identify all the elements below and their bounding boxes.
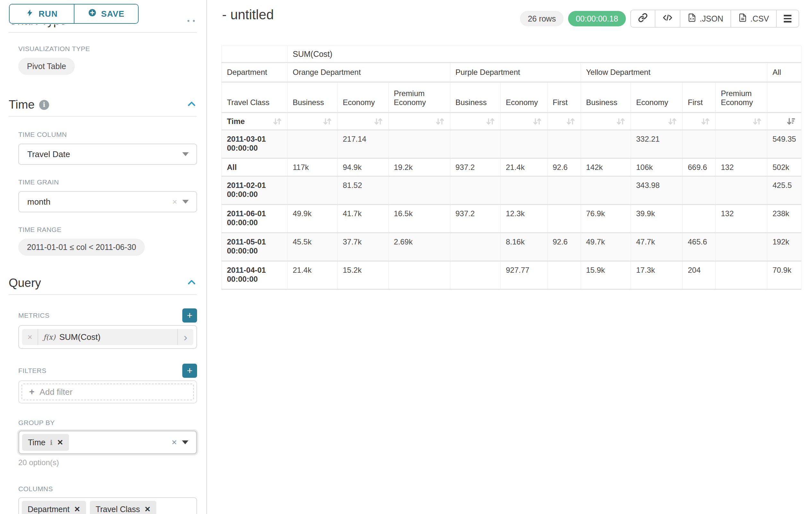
travel-class-header: Premium Economy: [716, 82, 767, 113]
group-by-label: GROUP BY: [18, 419, 197, 427]
sort-header[interactable]: [631, 113, 683, 130]
chart-title[interactable]: - untitled: [222, 7, 274, 23]
clear-icon[interactable]: ×: [172, 437, 177, 448]
travel-class-header: Economy: [338, 82, 389, 113]
add-filter-button[interactable]: +: [182, 364, 197, 378]
add-metric-button[interactable]: +: [182, 308, 197, 323]
time-sort-header[interactable]: Time: [222, 113, 288, 130]
add-filter-dropzone[interactable]: + Add filter: [22, 384, 194, 400]
value-cell: 204: [683, 261, 716, 290]
metric-header: SUM(Cost): [288, 46, 802, 63]
sort-header[interactable]: [338, 113, 389, 130]
time-range-label: TIME RANGE: [18, 226, 197, 234]
query-section-title: Query: [9, 276, 41, 290]
value-cell: 76.9k: [581, 205, 631, 233]
save-button[interactable]: SAVE: [74, 4, 138, 23]
value-cell: 15.2k: [338, 261, 389, 290]
value-cell: 238k: [767, 205, 802, 233]
value-cell: 12.3k: [501, 205, 548, 233]
pivot-table-container: SUM(Cost)DepartmentOrange DepartmentPurp…: [222, 46, 802, 290]
metrics-label: METRICS: [18, 312, 50, 319]
travel-class-header: Business: [581, 82, 631, 113]
clear-icon[interactable]: ×: [172, 197, 177, 207]
columns-chip-department[interactable]: Department ✕: [22, 501, 86, 514]
remove-metric-icon[interactable]: ×: [22, 329, 38, 345]
clipped-chevron-dots: [187, 20, 195, 22]
section-divider: [9, 116, 197, 117]
value-cell: 343.98: [631, 177, 683, 205]
value-cell: 2.69k: [389, 233, 450, 261]
run-button[interactable]: RUN: [10, 4, 74, 23]
info-icon: i: [39, 100, 49, 110]
chevron-right-icon[interactable]: ›: [177, 329, 193, 345]
table-row: All117k94.9k19.2k937.221.4k92.6142k106k6…: [222, 158, 802, 177]
remove-icon[interactable]: ✕: [144, 505, 150, 514]
value-cell: [288, 130, 338, 158]
time-column-select[interactable]: Travel Date: [18, 143, 197, 165]
columns-select[interactable]: Department ✕ Travel Class ✕ ×: [18, 497, 197, 514]
code-icon: [662, 12, 673, 25]
value-cell: 45.5k: [288, 233, 338, 261]
view-query-button[interactable]: [655, 10, 680, 27]
remove-icon[interactable]: ✕: [74, 505, 80, 514]
query-section-header[interactable]: Query: [9, 276, 197, 290]
value-cell: [716, 177, 767, 205]
info-icon: i: [50, 438, 53, 447]
travel-class-header: Business: [288, 82, 338, 113]
time-section-header[interactable]: Time i: [9, 98, 197, 111]
groupby-chip-time[interactable]: Time i ✕: [22, 434, 69, 451]
chevron-up-icon[interactable]: [186, 99, 197, 110]
value-cell: [450, 177, 501, 205]
sort-header[interactable]: [389, 113, 450, 130]
sort-header[interactable]: [501, 113, 548, 130]
explore-view: Chart Type RUN SAVE VISUALIZATION TYPE P…: [0, 0, 812, 514]
plus-icon: +: [29, 387, 34, 397]
section-divider: [9, 294, 197, 295]
export-json-button[interactable]: .JSON: [680, 10, 730, 27]
time-grain-select[interactable]: month ×: [18, 191, 197, 212]
value-cell: 21.4k: [288, 261, 338, 290]
sort-header[interactable]: [548, 113, 581, 130]
value-cell: 94.9k: [338, 158, 389, 177]
filters-label: FILTERS: [18, 367, 47, 375]
value-cell: 142k: [581, 158, 631, 177]
value-cell: 669.6: [683, 158, 716, 177]
viz-type-pill[interactable]: Pivot Table: [18, 58, 75, 75]
caret-down-icon: [182, 152, 189, 156]
group-by-options-hint: 20 option(s): [18, 458, 197, 467]
metric-chip[interactable]: × ƒ(x) SUM(Cost) ›: [22, 329, 193, 345]
value-cell: 106k: [631, 158, 683, 177]
department-group-header: Yellow Department: [581, 63, 767, 82]
group-by-select[interactable]: Time i ✕ ×: [18, 431, 197, 454]
columns-chip-travel-class[interactable]: Travel Class ✕: [90, 501, 156, 514]
filters-container: + Add filter: [18, 380, 197, 404]
export-csv-button[interactable]: .CSV: [730, 10, 776, 27]
menu-button[interactable]: [776, 10, 799, 27]
sort-header[interactable]: [683, 113, 716, 130]
chevron-up-icon[interactable]: [186, 277, 197, 289]
value-cell: 132: [716, 205, 767, 233]
value-cell: 132: [716, 158, 767, 177]
run-save-button-group: RUN SAVE: [9, 4, 139, 24]
value-cell: 37.7k: [338, 233, 389, 261]
sort-header[interactable]: [581, 113, 631, 130]
sort-header[interactable]: [716, 113, 767, 130]
control-panel: Chart Type RUN SAVE VISUALIZATION TYPE P…: [0, 0, 207, 514]
share-link-button[interactable]: [631, 10, 655, 27]
time-range-pill[interactable]: 2011-01-01 ≤ col < 2011-06-30: [18, 239, 145, 256]
pivot-table: SUM(Cost)DepartmentOrange DepartmentPurp…: [222, 46, 802, 290]
sort-header-active-desc[interactable]: [767, 113, 802, 130]
travel-class-header: First: [548, 82, 581, 113]
time-grain-label: TIME GRAIN: [18, 178, 197, 186]
value-cell: 425.5: [767, 177, 802, 205]
value-cell: [716, 233, 767, 261]
value-cell: [548, 205, 581, 233]
department-dimension-label: Department: [222, 63, 288, 82]
value-cell: [450, 261, 501, 290]
filters-label-row: FILTERS +: [18, 364, 197, 378]
value-cell: [683, 205, 716, 233]
sort-header[interactable]: [450, 113, 501, 130]
remove-icon[interactable]: ✕: [57, 438, 63, 447]
value-cell: [450, 233, 501, 261]
sort-header[interactable]: [288, 113, 338, 130]
